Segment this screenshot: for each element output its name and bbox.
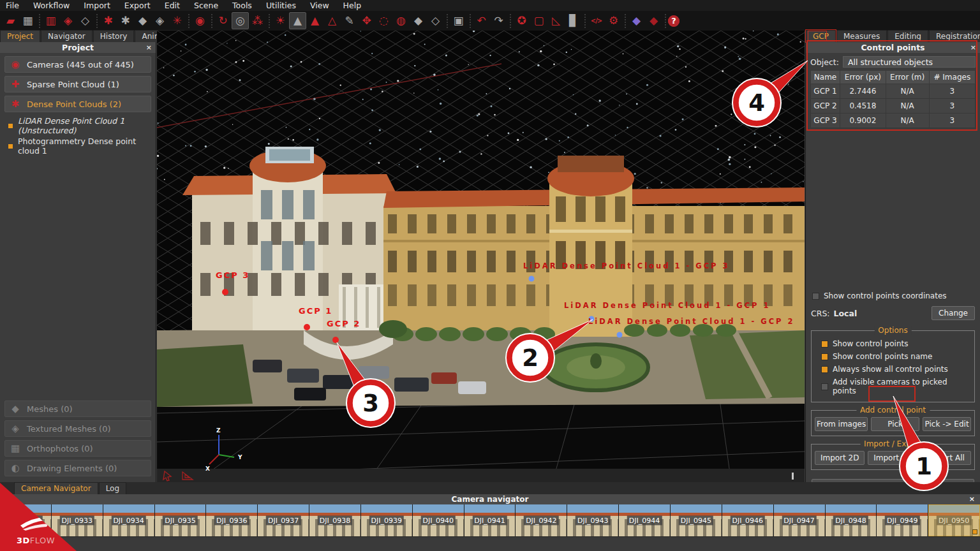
table-cell[interactable]: GCP 3 bbox=[811, 114, 840, 128]
import-photos-icon[interactable]: ▥ bbox=[42, 12, 59, 29]
menu-utilities[interactable]: Utilities bbox=[259, 1, 303, 10]
camera-thumbnail[interactable]: DJI_0935 bbox=[155, 504, 207, 536]
checkbox-box[interactable] bbox=[821, 366, 828, 373]
sphere-points-icon[interactable]: ◌ bbox=[375, 12, 392, 29]
menu-edit[interactable]: Edit bbox=[158, 1, 187, 10]
table-header[interactable]: Error (px) bbox=[840, 71, 886, 84]
wireframe-icon[interactable]: △ bbox=[323, 12, 341, 29]
option-checkbox[interactable]: Show control points name bbox=[815, 350, 971, 363]
viewport-3d[interactable]: ZYXGCP 3GCP 1GCP 2LiDAR Dense Point Clou… bbox=[157, 31, 805, 482]
table-cell[interactable]: 0.4518 bbox=[840, 99, 886, 114]
menu-help[interactable]: Help bbox=[336, 1, 369, 10]
cube-points-icon[interactable]: ◇ bbox=[427, 12, 444, 29]
table-cell[interactable]: 3 bbox=[929, 99, 975, 114]
lighting-icon[interactable]: ☀ bbox=[272, 12, 289, 29]
bounding-box-icon[interactable]: ◆ bbox=[410, 12, 427, 29]
table-header[interactable]: Name bbox=[811, 71, 840, 84]
camera-thumbnail[interactable]: DJI_0939 bbox=[361, 504, 413, 536]
tree-item-drawing-elements[interactable]: ◐Drawing Elements (0) bbox=[4, 460, 151, 476]
paint-select-icon[interactable]: ✎ bbox=[341, 12, 358, 29]
table-cell[interactable]: GCP 1 bbox=[811, 84, 840, 99]
camera-thumbnail[interactable]: DJI_0946 bbox=[722, 504, 774, 536]
camera-thumbnail[interactable]: DJI_0945 bbox=[671, 504, 722, 536]
layer-color-swatch[interactable] bbox=[8, 143, 13, 149]
tab-gcp[interactable]: GCP bbox=[806, 30, 836, 42]
smart-select-icon[interactable]: ✥ bbox=[358, 12, 375, 29]
zephyr-tools-icon[interactable]: ◆ bbox=[645, 12, 662, 29]
table-row[interactable]: GCP 30.9002N/A3 bbox=[811, 114, 976, 128]
pick-button[interactable]: Pick bbox=[871, 417, 919, 431]
tab-camera-navigator[interactable]: Camera Navigator bbox=[14, 482, 98, 494]
camera-thumbnail[interactable]: DJI_0936 bbox=[206, 504, 258, 536]
table-cell[interactable]: 2.7446 bbox=[840, 84, 886, 99]
solid-triangle-icon[interactable]: ▲ bbox=[306, 12, 323, 29]
menu-scene[interactable]: Scene bbox=[187, 1, 225, 10]
menu-tools[interactable]: Tools bbox=[225, 1, 259, 10]
extract-textured-mesh-icon[interactable]: ◈ bbox=[151, 12, 168, 29]
crop-icon[interactable]: ▢ bbox=[530, 12, 547, 29]
checkbox-box[interactable] bbox=[812, 293, 819, 300]
camera-view-icon[interactable]: ◉ bbox=[191, 12, 209, 29]
tab-registration[interactable]: Registration bbox=[929, 30, 980, 42]
checkbox-box[interactable] bbox=[821, 341, 828, 348]
table-cell[interactable]: 3 bbox=[929, 84, 975, 99]
tree-item-orthophotos[interactable]: ▦Orthophotos (0) bbox=[4, 440, 151, 457]
camera-thumbnail[interactable]: DJI_0934 bbox=[103, 504, 155, 536]
zephyr-icon[interactable]: ◆ bbox=[628, 12, 645, 29]
new-reconstruction-icon[interactable]: ◈ bbox=[59, 12, 77, 29]
tree-item-dense-point-clouds[interactable]: ✱Dense Point Clouds (2) bbox=[4, 96, 151, 112]
tree-item-cameras[interactable]: ◉Cameras (445 out of 445) bbox=[4, 56, 151, 73]
sphere-wire-icon[interactable]: ◍ bbox=[392, 12, 410, 29]
tab-navigator[interactable]: Navigator bbox=[41, 30, 93, 42]
camera-thumbnail[interactable]: DJI_0948 bbox=[826, 504, 877, 536]
from-images-button[interactable]: From images bbox=[815, 417, 868, 431]
camera-thumbnail[interactable]: DJI_0950 bbox=[928, 504, 980, 536]
camera-thumbnail[interactable]: DJI_0938 bbox=[309, 504, 361, 536]
scene-hierarchy-icon[interactable]: ⁂ bbox=[249, 12, 266, 29]
table-cell[interactable]: N/A bbox=[886, 84, 929, 99]
tab-history[interactable]: History bbox=[93, 30, 135, 42]
camera-thumbnail[interactable]: DJI_0940 bbox=[413, 504, 464, 536]
generate-dense-cloud-icon[interactable]: ✱ bbox=[100, 12, 117, 29]
tree-item-meshes[interactable]: ◆Meshes (0) bbox=[4, 400, 151, 417]
camera-thumbnail[interactable]: DJI_0933 bbox=[52, 504, 103, 536]
table-header[interactable]: Error (m) bbox=[886, 71, 929, 84]
pick-edit-button[interactable]: Pick -> Edit bbox=[923, 417, 971, 431]
tree-item-sparse-point-cloud[interactable]: ✚Sparse Point Cloud (1) bbox=[4, 76, 151, 92]
generate-sparse-cloud-icon[interactable]: ✱ bbox=[117, 12, 134, 29]
stats-icon[interactable]: ▊ bbox=[565, 12, 582, 29]
menu-import[interactable]: Import bbox=[77, 1, 117, 10]
export-all-button[interactable]: Export All bbox=[921, 451, 971, 465]
camera-thumbnail[interactable]: DJI_0941 bbox=[464, 504, 516, 536]
extract-mesh-icon[interactable]: ◆ bbox=[134, 12, 151, 29]
table-cell[interactable]: 3 bbox=[929, 114, 975, 128]
table-cell[interactable]: N/A bbox=[886, 99, 929, 114]
object-select[interactable]: All structured objects bbox=[843, 56, 976, 68]
orbit-mode-icon[interactable]: ◎ bbox=[232, 12, 249, 29]
reset-view-icon[interactable]: ↻ bbox=[214, 12, 232, 29]
menu-workflow[interactable]: Workflow bbox=[26, 1, 77, 10]
tab-measures[interactable]: Measures bbox=[836, 30, 887, 42]
camera-thumbnail[interactable]: DJI_0949 bbox=[877, 504, 928, 536]
console-icon[interactable]: </> bbox=[588, 12, 605, 29]
table-row[interactable]: GCP 20.4518N/A3 bbox=[811, 99, 976, 114]
tab-editing[interactable]: Editing bbox=[887, 30, 928, 42]
option-checkbox[interactable]: Show control points bbox=[815, 337, 971, 350]
measure-icon[interactable]: ◺ bbox=[547, 12, 565, 29]
option-checkbox[interactable]: Add visible cameras to picked points bbox=[815, 376, 971, 397]
table-cell[interactable]: 0.9002 bbox=[840, 114, 886, 128]
mesh-preview-icon[interactable]: ◇ bbox=[77, 12, 94, 29]
camera-thumbnail[interactable]: DJI_0944 bbox=[619, 504, 671, 536]
change-crs-button[interactable]: Change bbox=[932, 306, 975, 320]
help-icon[interactable]: ? bbox=[668, 15, 679, 27]
camera-thumbnail[interactable]: DJI_0937 bbox=[258, 504, 309, 536]
menu-file[interactable]: File bbox=[0, 1, 26, 10]
checkbox-box[interactable] bbox=[821, 353, 828, 360]
open-project-icon[interactable]: ▰ bbox=[2, 12, 19, 29]
redo-icon[interactable]: ↷ bbox=[490, 12, 507, 29]
tab-log[interactable]: Log bbox=[99, 482, 126, 494]
option-checkbox[interactable]: Always show all control points bbox=[815, 363, 971, 376]
show-mesh-icon[interactable]: ▲ bbox=[289, 12, 306, 29]
close-icon[interactable]: × bbox=[969, 494, 975, 504]
menu-export[interactable]: Export bbox=[117, 1, 158, 10]
